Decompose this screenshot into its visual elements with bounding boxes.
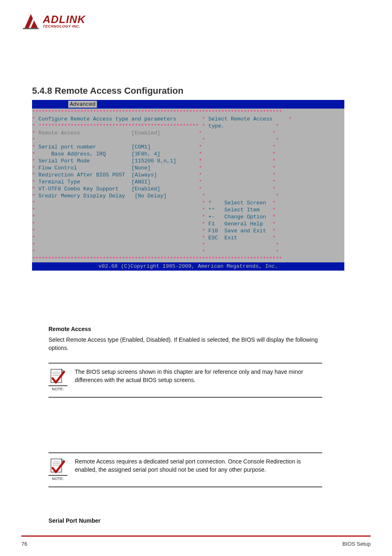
bios-help-2: type.	[208, 123, 224, 129]
bios-border: ****************************************…	[32, 109, 344, 116]
divider	[48, 385, 67, 386]
bios-item[interactable]: * Redirection After BIOS POST [Always] *…	[32, 171, 344, 178]
bios-screenshot: Advanced *******************************…	[32, 100, 344, 271]
logo-main: ADLINK	[43, 14, 85, 25]
bios-item[interactable]: * Sredir Memory Display Delay [No Delay]…	[32, 192, 344, 199]
bios-help-1: Select Remote Access	[208, 116, 272, 122]
bios-tabbar: Advanced	[32, 100, 344, 109]
bios-blank: * * *	[32, 137, 344, 144]
subsection-heading: Serial Port Number	[48, 517, 322, 525]
bios-blank: * * *	[32, 241, 344, 248]
note-text: Remote Access requires a dedicated seria…	[75, 457, 322, 474]
bios-border: ****************************************…	[32, 255, 344, 262]
bios-body: ****************************************…	[32, 109, 344, 262]
bios-nav: * * ESC Exit *	[32, 234, 344, 241]
bios-item[interactable]: * Base Address, IRQ [3F8h, 4] * *	[32, 151, 344, 158]
remote-access-heading: Remote Access	[48, 326, 91, 332]
logo-mark-icon	[21, 12, 40, 30]
bios-nav: * * +- Change Option *	[32, 213, 344, 220]
bios-item[interactable]: * Flow Control [None] * *	[32, 164, 344, 171]
logo-text: ADLINK TECHNOLOGY INC.	[43, 14, 85, 28]
divider	[48, 363, 322, 364]
note-check-icon	[50, 457, 66, 475]
note-icon-col: NOTE:	[48, 368, 67, 391]
svg-rect-2	[23, 28, 39, 29]
bios-item[interactable]: * Serial Port Mode [115200 8,n,1] * *	[32, 158, 344, 164]
note-block-2: NOTE: Remote Access requires a dedicated…	[48, 452, 322, 487]
bios-selected-item[interactable]: * Remote Access [Enabled] * *	[32, 130, 344, 137]
bios-header-row: * Configure Remote Access type and param…	[32, 116, 344, 123]
note-block-1: NOTE: The BIOS setup screens shown in th…	[48, 363, 322, 398]
footer-rule	[21, 535, 371, 537]
note-label: NOTE:	[52, 477, 64, 481]
svg-marker-0	[25, 14, 33, 28]
bios-sel-label: Remote Access	[39, 130, 80, 136]
bios-item[interactable]: * Terminal Type [ANSI] * *	[32, 178, 344, 185]
note-label: NOTE:	[52, 387, 64, 391]
page-number: 76	[21, 541, 27, 547]
note-text: The BIOS setup screens shown in this cha…	[75, 368, 322, 385]
section-heading: 5.4.8 Remote Access Configuration	[32, 86, 183, 96]
serial-port-heading: Serial Port Number	[48, 517, 101, 524]
bios-nav: * * F1 General Help *	[32, 220, 344, 227]
bios-nav: * * ** Select Item *	[32, 206, 344, 213]
bios-nav: * * F10 Save and Exit *	[32, 227, 344, 234]
bios-item[interactable]: * VT-UTF8 Combo Key Support [Enabled] * …	[32, 185, 344, 192]
note-check-icon	[50, 368, 66, 385]
bios-title: Configure Remote Access type and paramet…	[39, 116, 176, 122]
bios-sel-value: [Enabled]	[131, 130, 160, 136]
note-icon-col: NOTE:	[48, 457, 67, 481]
divider	[48, 486, 322, 487]
bios-active-tab[interactable]: Advanced	[68, 101, 97, 108]
remote-access-body: Select Remote Access type (Enabled, Disa…	[48, 336, 322, 352]
brand-logo: ADLINK TECHNOLOGY INC.	[21, 12, 85, 30]
footer-doc-title: BIOS Setup	[342, 541, 371, 547]
bios-blank: * * *	[32, 248, 344, 255]
logo-sub: TECHNOLOGY INC.	[43, 25, 85, 28]
divider	[48, 475, 67, 476]
divider	[48, 397, 322, 398]
divider	[48, 452, 322, 453]
bios-nav: * * * Select Screen *	[32, 199, 344, 206]
bios-item[interactable]: * Serial port number [COM1] * *	[32, 144, 344, 151]
svg-marker-1	[31, 21, 38, 28]
bios-footer: v02.68 (C)Copyright 1985-2009, American …	[32, 262, 344, 271]
bios-header-row2: * **************************************…	[32, 123, 344, 130]
subsection-heading: Remote Access	[48, 325, 322, 333]
